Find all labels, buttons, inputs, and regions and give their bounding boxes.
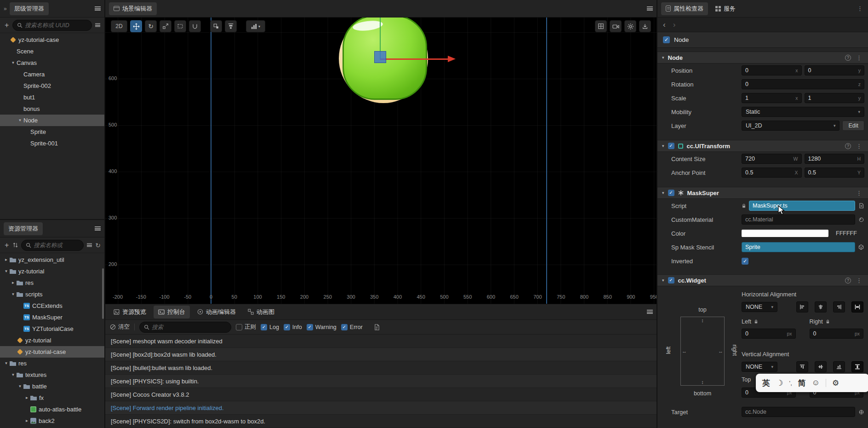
assets-search[interactable]: [21, 240, 84, 251]
asset-item-battle[interactable]: ▼battle: [0, 381, 104, 392]
gizmo-anchor-box[interactable]: [374, 51, 386, 63]
console-search[interactable]: [139, 322, 231, 333]
collapse-arrow-icon[interactable]: ▼: [17, 384, 23, 388]
clear-console-button[interactable]: 清空: [110, 323, 130, 331]
tab-scene-editor[interactable]: 场景编辑器: [109, 2, 157, 15]
ime-simplified-toggle[interactable]: 简: [798, 378, 806, 388]
section-menu-icon[interactable]: ⋮: [855, 143, 863, 150]
node-header-row[interactable]: Node: [657, 32, 868, 48]
info-checkbox[interactable]: [284, 324, 290, 330]
console-search-input[interactable]: [152, 324, 227, 330]
assets-scrollbar[interactable]: [102, 268, 104, 319]
align-center-h-button[interactable]: [815, 301, 827, 312]
tab-console[interactable]: 控制台: [154, 306, 190, 318]
ime-language-toggle[interactable]: 英: [762, 378, 770, 388]
color-swatch[interactable]: [742, 230, 828, 237]
layer-edit-button[interactable]: Edit: [842, 121, 864, 131]
script-file-icon[interactable]: [858, 203, 864, 208]
expand-arrow-icon[interactable]: ►: [3, 258, 10, 262]
asset-item-yz_extension_util[interactable]: ►yz_extension_util: [0, 254, 104, 266]
section-menu-icon[interactable]: ⋮: [855, 190, 863, 197]
section-node[interactable]: ▾ Node ? ⋮: [657, 52, 868, 64]
rotation-z-field[interactable]: 0z: [742, 79, 864, 89]
mobility-dropdown[interactable]: Static▾: [742, 107, 864, 117]
color-hex-value[interactable]: FFFFFF: [831, 230, 864, 237]
hierarchy-filter-icon[interactable]: [95, 23, 100, 27]
camera-view-button[interactable]: [610, 20, 622, 32]
console-log-line[interactable]: [Scene] meshopt wasm decoder initialized: [105, 335, 657, 348]
hierarchy-item-Scene[interactable]: Scene: [0, 46, 104, 57]
collapse-arrow-icon[interactable]: ▾: [662, 191, 664, 195]
collapse-arrow-icon[interactable]: ▼: [10, 292, 17, 296]
asset-item-YZTutorialCase[interactable]: TSYZTutorialCase: [0, 323, 104, 335]
ime-toolbar[interactable]: 英 ☽ ’, 简 ☺ ⚙: [756, 374, 868, 392]
console-log-line[interactable]: [Scene] [bullet]:bullet wasm lib loaded.: [105, 361, 657, 375]
asset-item-yz-tutorial[interactable]: ▼yz-tutorial: [0, 266, 104, 277]
align-left-button[interactable]: [796, 301, 808, 312]
warning-checkbox[interactable]: [307, 324, 313, 330]
node-picker-icon[interactable]: [858, 410, 864, 415]
collapse-arrow-icon[interactable]: ▼: [3, 361, 10, 365]
nav-forward-icon[interactable]: ›: [669, 21, 680, 29]
component-enabled-checkbox[interactable]: [668, 143, 674, 149]
move-tool-button[interactable]: [130, 20, 142, 32]
inverted-checkbox[interactable]: [742, 258, 748, 265]
asset-item-back2[interactable]: ►back2: [0, 415, 104, 427]
sp-mask-stencil-field[interactable]: Sprite: [742, 242, 855, 252]
ime-settings-icon[interactable]: ⚙: [832, 378, 839, 388]
position-x-field[interactable]: 0x: [742, 65, 802, 75]
collapse-arrow-icon[interactable]: ▼: [10, 373, 17, 377]
tab-service[interactable]: 服务: [711, 2, 740, 15]
mode-2d-button[interactable]: 2D: [111, 20, 127, 32]
asset-item-fx[interactable]: ►fx: [0, 392, 104, 404]
hierarchy-item-Sprite-001[interactable]: Sprite-001: [0, 138, 104, 149]
collapse-arrow-icon[interactable]: ▾: [662, 55, 664, 60]
console-log-line[interactable]: [Scene] [box2d]:box2d wasm lib loaded.: [105, 348, 657, 361]
log-file-icon[interactable]: [374, 324, 380, 330]
lock-icon[interactable]: [742, 203, 746, 208]
panel-collapse-icon[interactable]: »: [4, 6, 7, 12]
collapse-arrow-icon[interactable]: ▾: [662, 144, 664, 148]
hierarchy-item-but1[interactable]: but1: [0, 92, 104, 103]
hierarchy-item-Camera[interactable]: Camera: [0, 69, 104, 80]
section-masksuper[interactable]: ▾ MaskSuper ⋮: [657, 187, 868, 199]
section-menu-icon[interactable]: ⋮: [855, 277, 863, 284]
ime-halfwidth-icon[interactable]: ☽: [776, 378, 783, 388]
section-uitransform[interactable]: ▾ cc.UITransform ? ⋮: [657, 140, 868, 152]
hierarchy-item-bonus[interactable]: bonus: [0, 103, 104, 115]
scale-y-field[interactable]: 1y: [805, 93, 865, 103]
tab-asset-preview[interactable]: 资源预览: [109, 306, 151, 318]
info-filter[interactable]: Info: [284, 324, 302, 330]
sort-icon[interactable]: [12, 242, 18, 248]
asset-item-MaskSuper[interactable]: TSMaskSuper: [0, 312, 104, 323]
log-checkbox[interactable]: [261, 324, 267, 330]
align-tool-button[interactable]: [225, 20, 237, 32]
section-menu-icon[interactable]: ⋮: [855, 54, 863, 61]
help-icon[interactable]: ?: [845, 55, 851, 61]
content-height-field[interactable]: 1280H: [805, 154, 865, 164]
target-field[interactable]: cc.Node: [742, 407, 855, 417]
ime-punctuation-toggle[interactable]: ’,: [789, 380, 792, 387]
node-enabled-checkbox[interactable]: [663, 36, 670, 43]
asset-item-CCExtends[interactable]: TSCCExtends: [0, 300, 104, 312]
scale-x-field[interactable]: 1x: [742, 93, 802, 103]
collapse-arrow-icon[interactable]: ▼: [17, 118, 23, 122]
regex-filter[interactable]: 正则: [236, 323, 256, 331]
component-enabled-checkbox[interactable]: [668, 277, 674, 283]
assets-filter-icon[interactable]: [87, 243, 92, 247]
collapse-arrow-icon[interactable]: ▼: [3, 269, 10, 273]
asset-item-yz-tutorial[interactable]: yz-tutorial: [0, 335, 104, 346]
help-icon[interactable]: ?: [845, 143, 851, 149]
script-field[interactable]: MaskSuper.ts: [749, 201, 855, 211]
create-node-button[interactable]: +: [4, 22, 10, 29]
scene-settings-button[interactable]: [624, 20, 636, 32]
content-width-field[interactable]: 720W: [742, 154, 802, 164]
align-middle-v-button[interactable]: [815, 361, 827, 372]
error-filter[interactable]: Error: [341, 324, 363, 330]
collapse-arrow-icon[interactable]: ▼: [10, 61, 17, 65]
hierarchy-item-Node[interactable]: ▼Node: [0, 115, 104, 126]
section-widget[interactable]: ▾ cc.Widget ? ⋮: [657, 274, 868, 286]
ui-transform-tool-button[interactable]: [189, 20, 201, 32]
hierarchy-menu-icon[interactable]: [95, 6, 101, 11]
gizmo-stats-dropdown[interactable]: ▾: [246, 20, 265, 32]
